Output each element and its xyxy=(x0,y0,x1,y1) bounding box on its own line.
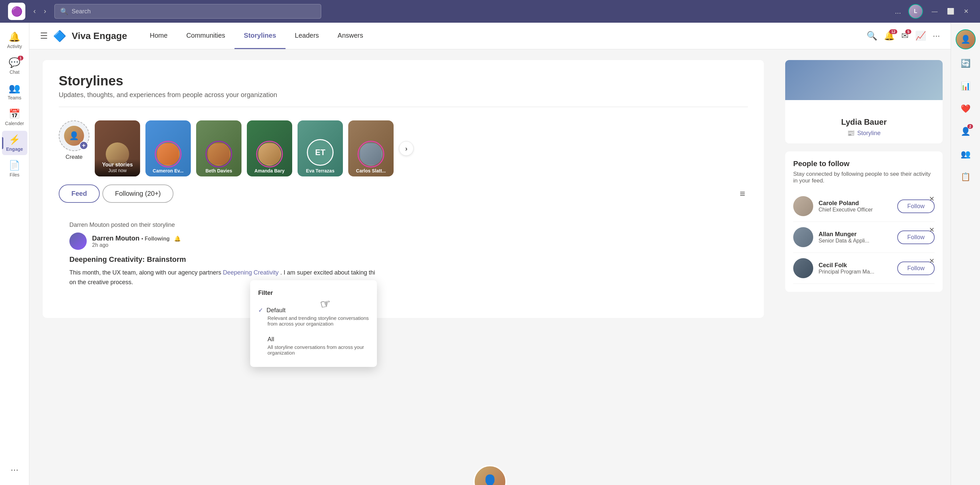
nav-leaders[interactable]: Leaders xyxy=(286,23,328,49)
feed-tab-following[interactable]: Following (20+) xyxy=(102,184,173,203)
filter-default-check: ✓ xyxy=(258,307,263,314)
search-icon[interactable]: 🔍 xyxy=(867,31,877,41)
right-sidebar-icon-1[interactable]: 🔄 xyxy=(957,55,974,72)
eva-initials: ET xyxy=(315,148,326,157)
story-item-beth[interactable]: Beth Davies xyxy=(196,121,242,177)
story-item-carlos[interactable]: Carlos Slatt... xyxy=(348,121,394,177)
cecil-avatar xyxy=(793,258,813,278)
post-header-action: posted on their storyline xyxy=(111,221,175,228)
user-avatar[interactable]: L xyxy=(908,4,923,19)
titlebar-more-button[interactable]: ... xyxy=(893,5,903,17)
maximize-button[interactable]: ⬜ xyxy=(943,6,958,17)
filter-option-all-label: All xyxy=(258,336,369,343)
feed-tabs: Feed Following (20+) ≡ xyxy=(59,184,748,203)
chat-badge: 1 xyxy=(18,56,23,60)
right-sidebar-icon-5[interactable]: 👥 xyxy=(957,145,974,163)
story-nav-next-button[interactable]: › xyxy=(399,141,414,156)
people-section-title: People to follow xyxy=(793,159,935,168)
dismiss-allan-button[interactable]: ✕ xyxy=(929,226,935,234)
post-link[interactable]: Deepening Creativity xyxy=(223,269,278,276)
story-label-carlos: Carlos Slatt... xyxy=(356,168,386,173)
story-wrapper-beth: Beth Davies xyxy=(196,121,242,177)
page-subtitle: Updates, thoughts, and experiences from … xyxy=(59,91,748,99)
dismiss-carole-button[interactable]: ✕ xyxy=(929,195,935,203)
hamburger-button[interactable]: ☰ xyxy=(40,31,48,41)
minimize-button[interactable]: — xyxy=(928,6,941,17)
nav-controls: ‹ › xyxy=(31,4,49,18)
story-item-amanda[interactable]: Amanda Bary xyxy=(247,121,292,177)
main-scroll-area: Storylines Updates, thoughts, and experi… xyxy=(29,49,777,485)
calendar-icon: 📅 xyxy=(9,108,20,119)
filter-title: Filter xyxy=(250,287,377,302)
story-item-eva[interactable]: ET Eva Terrazas xyxy=(298,121,343,177)
story-wrapper-carlos: Carlos Slatt... xyxy=(348,121,394,177)
sidebar-item-teams[interactable]: 👥 Teams xyxy=(2,80,27,104)
main-content: ☰ 🔷 Viva Engage Home Communities Storyli… xyxy=(29,23,951,485)
post-card: Darren Mouton posted on their storyline … xyxy=(59,211,748,298)
global-search-bar[interactable]: 🔍 xyxy=(54,4,321,19)
feed-section: Feed Following (20+) ≡ Darren Mouton pos… xyxy=(59,184,748,298)
carole-name: Carole Poland xyxy=(819,200,892,207)
profile-name: Lydia Bauer xyxy=(792,118,936,127)
people-section-desc: Stay connected by following people to se… xyxy=(793,171,935,184)
feed-filter-button[interactable]: ≡ xyxy=(737,186,748,202)
dismiss-cecil-button[interactable]: ✕ xyxy=(929,257,935,265)
right-sidebar-icon-6[interactable]: 📋 xyxy=(957,168,974,186)
sidebar-item-activity[interactable]: 🔔 Activity xyxy=(2,28,27,52)
sidebar-item-files[interactable]: 📄 Files xyxy=(2,156,27,181)
sidebar-more-button[interactable]: ··· xyxy=(2,461,27,478)
analytics-icon[interactable]: 📈 xyxy=(915,31,926,41)
filter-option-all[interactable]: All All storyline conversations from acr… xyxy=(250,331,377,360)
follow-bell-icon: 🔔 xyxy=(174,236,181,242)
sidebar-item-engage[interactable]: ⚡ Engage xyxy=(2,131,27,155)
nav-answers[interactable]: Answers xyxy=(328,23,372,49)
allan-title: Senior Data & Appli... xyxy=(819,238,892,244)
post-header: Darren Mouton posted on their storyline xyxy=(69,221,737,229)
notifications-icon[interactable]: 🔔12 xyxy=(884,31,895,41)
profile-storyline-link[interactable]: 📰 Storyline xyxy=(792,129,936,137)
forward-button[interactable]: › xyxy=(41,4,49,18)
nav-communities[interactable]: Communities xyxy=(177,23,234,49)
carole-info: Carole Poland Chief Executive Officer xyxy=(819,200,892,213)
sidebar-item-calendar[interactable]: 📅 Calender xyxy=(2,105,27,129)
sidebar-item-chat[interactable]: 1 💬 Chat xyxy=(2,54,27,78)
left-sidebar: 🔔 Activity 1 💬 Chat 👥 Teams 📅 Calender ⚡… xyxy=(0,23,29,485)
right-sidebar: 👤 🔄 📊 ❤️ 👤 2 👥 📋 xyxy=(951,23,980,485)
filter-option-default[interactable]: ✓ Default Relevant and trending storylin… xyxy=(250,302,377,331)
create-story-item[interactable]: 👤 + Create xyxy=(59,121,89,161)
story-item-cameron[interactable]: Cameron Ev... xyxy=(145,121,191,177)
cecil-title: Principal Program Ma... xyxy=(819,269,892,275)
back-button[interactable]: ‹ xyxy=(31,4,38,18)
filter-option-all-desc: All storyline conversations from across … xyxy=(258,344,369,356)
person-card-carole: Carole Poland Chief Executive Officer Fo… xyxy=(793,191,935,222)
carole-title: Chief Executive Officer xyxy=(819,207,892,213)
story-overlay-your-stories: Your stories Just now xyxy=(95,159,140,177)
top-nav-actions: 🔍 🔔12 ✉5 📈 ··· xyxy=(867,31,940,41)
files-icon: 📄 xyxy=(9,160,20,171)
right-sidebar-avatar[interactable]: 👤 xyxy=(956,29,976,49)
search-input[interactable] xyxy=(72,8,315,15)
cecil-name: Cecil Folk xyxy=(819,262,892,269)
topnav-more-icon[interactable]: ··· xyxy=(932,31,940,41)
close-button[interactable]: ✕ xyxy=(960,6,972,17)
viva-engage-logo-icon: 🔷 xyxy=(53,30,66,42)
right-sidebar-icon-2[interactable]: 📊 xyxy=(957,77,974,95)
create-plus-icon: + xyxy=(80,141,88,150)
create-story-label: Create xyxy=(65,154,83,161)
nav-storylines[interactable]: Storylines xyxy=(234,23,286,49)
active-indicator xyxy=(2,137,3,149)
right-sidebar-icon-3[interactable]: ❤️ xyxy=(957,100,974,118)
post-header-username: Darren Mouton xyxy=(69,221,110,228)
nav-home[interactable]: Home xyxy=(140,23,177,49)
allan-info: Allan Munger Senior Data & Appli... xyxy=(819,231,892,244)
right-sidebar-icon-4[interactable]: 👤 2 xyxy=(957,123,974,140)
story-item-your-stories[interactable]: Your stories Just now xyxy=(95,121,140,177)
messages-icon[interactable]: ✉5 xyxy=(901,31,908,41)
story-wrapper-eva: ET Eva Terrazas xyxy=(298,121,343,177)
story-label-cameron: Cameron Ev... xyxy=(153,168,183,173)
story-wrapper-amanda: Amanda Bary xyxy=(247,121,292,177)
activity-icon: 🔔 xyxy=(9,31,20,42)
feed-tab-feed[interactable]: Feed xyxy=(59,184,100,203)
messages-badge: 5 xyxy=(905,29,911,34)
filter-option-default-desc: Relevant and trending storyline conversa… xyxy=(258,315,369,326)
